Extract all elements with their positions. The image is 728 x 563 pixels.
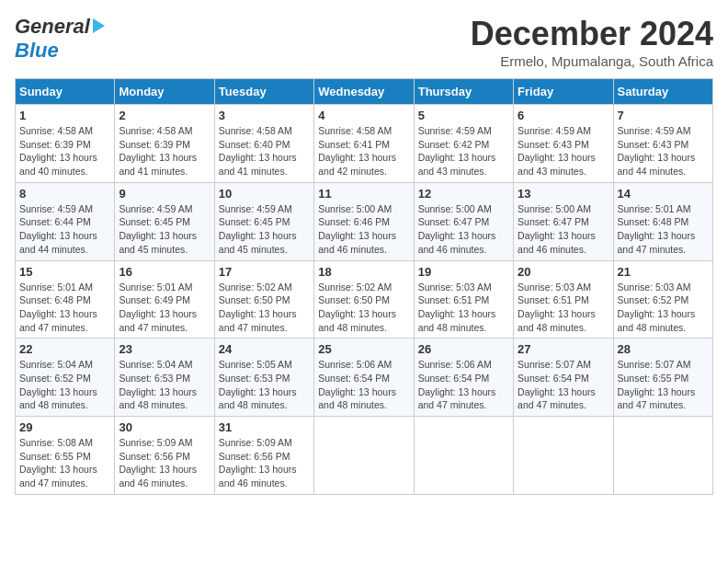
sunset-text: Sunset: 6:52 PM: [618, 294, 689, 305]
day-number: 13: [518, 187, 609, 201]
daylight-text: Daylight: 13 hours and 47 minutes.: [618, 386, 696, 411]
calendar-cell: 19 Sunrise: 5:03 AM Sunset: 6:51 PM Dayl…: [414, 260, 513, 339]
day-number: 17: [219, 265, 310, 279]
sunset-text: Sunset: 6:51 PM: [418, 294, 490, 305]
sunrise-text: Sunrise: 4:59 AM: [418, 125, 492, 136]
title-block: December 2024 Ermelo, Mpumalanga, South …: [471, 15, 713, 69]
calendar-cell: 6 Sunrise: 4:59 AM Sunset: 6:43 PM Dayli…: [514, 105, 613, 183]
daylight-text: Daylight: 13 hours and 48 minutes.: [318, 386, 396, 411]
daylight-text: Daylight: 13 hours and 46 minutes.: [518, 230, 596, 255]
daylight-text: Daylight: 13 hours and 48 minutes.: [119, 386, 197, 411]
daylight-text: Daylight: 13 hours and 40 minutes.: [19, 152, 97, 177]
sunrise-text: Sunrise: 5:05 AM: [219, 359, 292, 370]
day-info: Sunrise: 5:00 AM Sunset: 6:47 PM Dayligh…: [518, 202, 609, 257]
daylight-text: Daylight: 13 hours and 42 minutes.: [318, 152, 396, 177]
logo-arrow-icon: [93, 18, 105, 33]
calendar-cell: 29 Sunrise: 5:08 AM Sunset: 6:55 PM Dayl…: [16, 417, 115, 495]
sunset-text: Sunset: 6:56 PM: [119, 451, 190, 462]
sunrise-text: Sunrise: 5:07 AM: [618, 359, 691, 370]
sunset-text: Sunset: 6:50 PM: [219, 294, 290, 305]
sunset-text: Sunset: 6:54 PM: [418, 373, 490, 384]
day-number: 9: [119, 187, 210, 201]
sunrise-text: Sunrise: 5:04 AM: [119, 359, 192, 370]
daylight-text: Daylight: 13 hours and 46 minutes.: [219, 464, 297, 488]
daylight-text: Daylight: 13 hours and 47 minutes.: [618, 230, 696, 255]
day-info: Sunrise: 4:58 AM Sunset: 6:39 PM Dayligh…: [119, 124, 210, 178]
calendar-header-day: Wednesday: [314, 79, 414, 105]
sunset-text: Sunset: 6:53 PM: [119, 373, 190, 384]
calendar-cell: 28 Sunrise: 5:07 AM Sunset: 6:55 PM Dayl…: [613, 339, 712, 417]
day-number: 1: [19, 109, 110, 122]
day-number: 29: [19, 420, 110, 434]
calendar-cell: 3 Sunrise: 4:58 AM Sunset: 6:40 PM Dayli…: [214, 105, 313, 183]
day-info: Sunrise: 4:58 AM Sunset: 6:39 PM Dayligh…: [19, 124, 110, 178]
sunset-text: Sunset: 6:54 PM: [318, 373, 390, 384]
day-number: 5: [418, 109, 509, 122]
sunrise-text: Sunrise: 5:01 AM: [19, 282, 93, 293]
daylight-text: Daylight: 13 hours and 44 minutes.: [19, 230, 97, 255]
sunset-text: Sunset: 6:54 PM: [518, 373, 589, 384]
daylight-text: Daylight: 13 hours and 43 minutes.: [518, 152, 596, 177]
sunset-text: Sunset: 6:47 PM: [518, 216, 589, 227]
sunrise-text: Sunrise: 5:00 AM: [418, 203, 492, 214]
day-info: Sunrise: 5:00 AM Sunset: 6:46 PM Dayligh…: [318, 202, 409, 257]
calendar-week-row: 29 Sunrise: 5:08 AM Sunset: 6:55 PM Dayl…: [16, 417, 713, 495]
sunrise-text: Sunrise: 4:58 AM: [219, 125, 292, 136]
day-number: 8: [19, 187, 110, 201]
sunrise-text: Sunrise: 5:02 AM: [318, 282, 392, 293]
sunrise-text: Sunrise: 5:02 AM: [219, 282, 292, 293]
day-info: Sunrise: 5:03 AM Sunset: 6:51 PM Dayligh…: [418, 281, 509, 335]
calendar-cell: [514, 417, 613, 495]
sunrise-text: Sunrise: 4:58 AM: [318, 125, 392, 136]
sunrise-text: Sunrise: 4:58 AM: [119, 125, 192, 136]
day-info: Sunrise: 5:07 AM Sunset: 6:54 PM Dayligh…: [518, 358, 609, 412]
day-number: 12: [418, 187, 509, 201]
sunrise-text: Sunrise: 5:08 AM: [19, 437, 93, 448]
sunrise-text: Sunrise: 5:03 AM: [418, 282, 492, 293]
day-number: 30: [119, 420, 210, 434]
page-header: General Blue December 2024 Ermelo, Mpuma…: [15, 15, 713, 69]
daylight-text: Daylight: 13 hours and 47 minutes.: [518, 386, 596, 411]
sunset-text: Sunset: 6:45 PM: [119, 216, 190, 227]
sunrise-text: Sunrise: 4:59 AM: [119, 203, 192, 214]
sunset-text: Sunset: 6:44 PM: [19, 216, 91, 227]
day-number: 11: [318, 187, 409, 201]
day-info: Sunrise: 4:59 AM Sunset: 6:43 PM Dayligh…: [518, 124, 609, 178]
sunrise-text: Sunrise: 4:58 AM: [19, 125, 93, 136]
sunset-text: Sunset: 6:55 PM: [19, 451, 91, 462]
sunset-text: Sunset: 6:43 PM: [618, 139, 689, 150]
calendar-cell: 2 Sunrise: 4:58 AM Sunset: 6:39 PM Dayli…: [115, 105, 214, 183]
calendar-cell: [414, 417, 513, 495]
day-info: Sunrise: 5:03 AM Sunset: 6:51 PM Dayligh…: [518, 281, 609, 335]
day-number: 27: [518, 342, 609, 356]
sunrise-text: Sunrise: 5:03 AM: [518, 282, 591, 293]
sunset-text: Sunset: 6:55 PM: [618, 373, 689, 384]
day-info: Sunrise: 4:59 AM Sunset: 6:43 PM Dayligh…: [618, 124, 709, 178]
calendar-week-row: 8 Sunrise: 4:59 AM Sunset: 6:44 PM Dayli…: [16, 182, 713, 260]
daylight-text: Daylight: 13 hours and 46 minutes.: [318, 230, 396, 255]
day-number: 14: [618, 187, 709, 201]
sunrise-text: Sunrise: 5:06 AM: [318, 359, 392, 370]
calendar-cell: 15 Sunrise: 5:01 AM Sunset: 6:48 PM Dayl…: [16, 260, 115, 339]
day-number: 7: [618, 109, 709, 122]
sunset-text: Sunset: 6:51 PM: [518, 294, 589, 305]
logo-blue: Blue: [15, 39, 59, 62]
day-info: Sunrise: 5:04 AM Sunset: 6:53 PM Dayligh…: [119, 358, 210, 412]
calendar-cell: 26 Sunrise: 5:06 AM Sunset: 6:54 PM Dayl…: [414, 339, 513, 417]
sunrise-text: Sunrise: 5:01 AM: [618, 203, 691, 214]
daylight-text: Daylight: 13 hours and 47 minutes.: [19, 464, 97, 488]
sunrise-text: Sunrise: 4:59 AM: [618, 125, 691, 136]
sunset-text: Sunset: 6:39 PM: [19, 139, 91, 150]
day-info: Sunrise: 4:59 AM Sunset: 6:42 PM Dayligh…: [418, 124, 509, 178]
calendar-week-row: 1 Sunrise: 4:58 AM Sunset: 6:39 PM Dayli…: [16, 105, 713, 183]
daylight-text: Daylight: 13 hours and 41 minutes.: [119, 152, 197, 177]
daylight-text: Daylight: 13 hours and 48 minutes.: [418, 308, 496, 333]
daylight-text: Daylight: 13 hours and 43 minutes.: [418, 152, 496, 177]
calendar-cell: 17 Sunrise: 5:02 AM Sunset: 6:50 PM Dayl…: [214, 260, 313, 339]
calendar-cell: 27 Sunrise: 5:07 AM Sunset: 6:54 PM Dayl…: [514, 339, 613, 417]
daylight-text: Daylight: 13 hours and 41 minutes.: [219, 152, 297, 177]
sunset-text: Sunset: 6:42 PM: [418, 139, 490, 150]
daylight-text: Daylight: 13 hours and 48 minutes.: [19, 386, 97, 411]
sunset-text: Sunset: 6:56 PM: [219, 451, 290, 462]
day-info: Sunrise: 4:59 AM Sunset: 6:44 PM Dayligh…: [19, 202, 110, 257]
